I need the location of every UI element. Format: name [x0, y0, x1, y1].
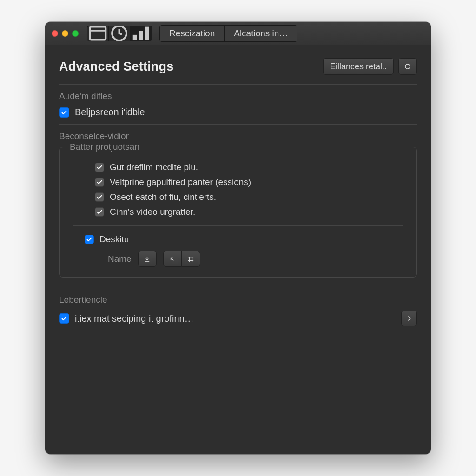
import-button[interactable] — [138, 251, 157, 267]
check-opt-1[interactable]: Veltprine gapulfired panter (essions) — [72, 177, 404, 187]
disclosure-button[interactable] — [401, 311, 417, 326]
fieldset-batter: Batter protjuotsan Gut drefiim mcdite pl… — [59, 147, 417, 278]
arrow-button[interactable] — [163, 251, 182, 267]
checkbox-checked-icon[interactable] — [85, 235, 94, 244]
checkbox-checked-icon[interactable] — [95, 207, 104, 217]
fieldset-legend: Batter protjuotsan — [66, 142, 143, 152]
divider — [59, 124, 417, 125]
section-label-audem: Aude'm difles — [59, 91, 417, 101]
section-label-lebertiencle: Lebertiencle — [59, 295, 417, 305]
toolbar-segment — [87, 26, 152, 41]
header-actions: Eillances retal.. — [323, 58, 417, 75]
check-label: Beljpsreon i'idble — [75, 107, 145, 118]
tab-rescization[interactable]: Rescization — [160, 26, 225, 41]
refresh-button[interactable] — [398, 58, 417, 75]
preferences-window: Rescization Alcations·in… Advanced Setti… — [45, 22, 431, 454]
titlebar: Rescization Alcations·in… — [45, 22, 431, 45]
svg-rect-5 — [145, 26, 149, 40]
check-deskitu[interactable]: Deskitu — [72, 234, 404, 245]
section-label-beconselce: Beconselce-vidior — [59, 131, 417, 141]
divider — [59, 84, 417, 85]
toolbar-btn-history-icon[interactable] — [109, 26, 130, 41]
check-opt-3[interactable]: Cinn's video urgratter. — [72, 207, 404, 217]
traffic-lights — [52, 30, 79, 37]
toolbar-btn-chart-icon[interactable] — [130, 26, 152, 41]
heading-row: Advanced Settings Eillances retal.. — [59, 58, 417, 75]
close-icon[interactable] — [52, 30, 58, 37]
check-iiex[interactable]: i:iex mat seciping it grofinn… — [59, 313, 194, 324]
name-label: Name — [108, 254, 132, 264]
svg-rect-3 — [133, 34, 137, 40]
check-label: i:iex mat seciping it grofinn… — [75, 313, 194, 324]
eillances-button[interactable]: Eillances retal.. — [323, 58, 394, 75]
hash-icon — [187, 256, 194, 263]
arrow-upleft-icon — [169, 256, 176, 263]
name-segment — [163, 251, 200, 267]
chevron-right-icon — [406, 315, 412, 322]
check-label: Gut drefiim mcdite plu. — [110, 162, 198, 172]
divider — [59, 288, 417, 288]
checkbox-checked-icon[interactable] — [59, 107, 69, 118]
check-label: Veltprine gapulfired panter (essions) — [110, 177, 251, 187]
bottom-row: i:iex mat seciping it grofinn… — [59, 311, 417, 326]
check-label: Cinn's video urgratter. — [110, 207, 195, 217]
grid-button[interactable] — [182, 251, 200, 267]
name-row: Name — [72, 251, 404, 267]
checkbox-checked-icon[interactable] — [95, 192, 104, 202]
refresh-icon — [404, 63, 411, 70]
check-label: Osect eatch of fiu, cintlerts. — [110, 192, 216, 202]
minimize-icon[interactable] — [62, 30, 68, 37]
svg-rect-4 — [139, 31, 143, 40]
check-opt-2[interactable]: Osect eatch of fiu, cintlerts. — [72, 192, 404, 202]
zoom-icon[interactable] — [72, 30, 79, 37]
divider — [73, 225, 403, 226]
toolbar-btn-window-icon[interactable] — [87, 26, 109, 41]
checkbox-checked-icon[interactable] — [95, 178, 104, 187]
page-title: Advanced Settings — [59, 60, 173, 74]
svg-rect-0 — [90, 26, 106, 40]
tab-alcations[interactable]: Alcations·in… — [225, 26, 297, 41]
download-icon — [144, 256, 151, 263]
check-beljpsreon[interactable]: Beljpsreon i'idble — [59, 107, 417, 118]
tabbar: Rescization Alcations·in… — [159, 25, 298, 42]
checkbox-checked-icon[interactable] — [95, 163, 104, 172]
check-label: Deskitu — [99, 234, 129, 245]
checkbox-checked-icon[interactable] — [59, 313, 69, 324]
check-opt-0[interactable]: Gut drefiim mcdite plu. — [72, 162, 404, 172]
content: Advanced Settings Eillances retal.. Aude… — [45, 45, 431, 454]
